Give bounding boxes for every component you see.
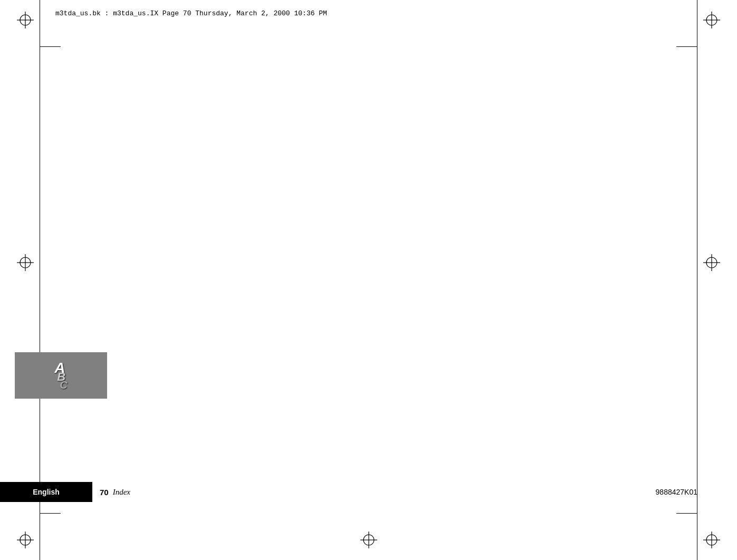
- crosshair-bot-center: [359, 530, 378, 549]
- crosshair-top-right: [702, 11, 721, 30]
- footer-page-title: Index: [113, 488, 130, 497]
- rule-top-right: [676, 46, 697, 47]
- crosshair-bot-right: [702, 530, 721, 549]
- abc-line-c: C: [60, 380, 67, 390]
- abc-icon: A B C: [54, 361, 67, 390]
- border-left: [40, 0, 40, 560]
- rule-bot-right: [676, 513, 697, 514]
- footer-language-label: English: [33, 488, 60, 496]
- rule-top-left: [40, 46, 61, 47]
- crosshair-top-left: [16, 11, 35, 30]
- crosshair-mid-right: [702, 253, 721, 272]
- footer-language-box: English: [0, 482, 92, 502]
- footer-page-number: 70: [100, 488, 109, 497]
- footer-bar: English 70 Index 9888427K01: [0, 482, 737, 502]
- page-container: m3tda_us.bk : m3tda_us.IX Page 70 Thursd…: [0, 0, 737, 560]
- crosshair-mid-left: [16, 253, 35, 272]
- border-right: [697, 0, 697, 560]
- header-text: m3tda_us.bk : m3tda_us.IX Page 70 Thursd…: [55, 9, 327, 17]
- crosshair-bot-left: [16, 530, 35, 549]
- rule-bot-left: [40, 513, 61, 514]
- header: m3tda_us.bk : m3tda_us.IX Page 70 Thursd…: [55, 9, 682, 17]
- abc-icon-container: A B C: [15, 352, 107, 399]
- footer-product-code: 9888427K01: [656, 488, 697, 496]
